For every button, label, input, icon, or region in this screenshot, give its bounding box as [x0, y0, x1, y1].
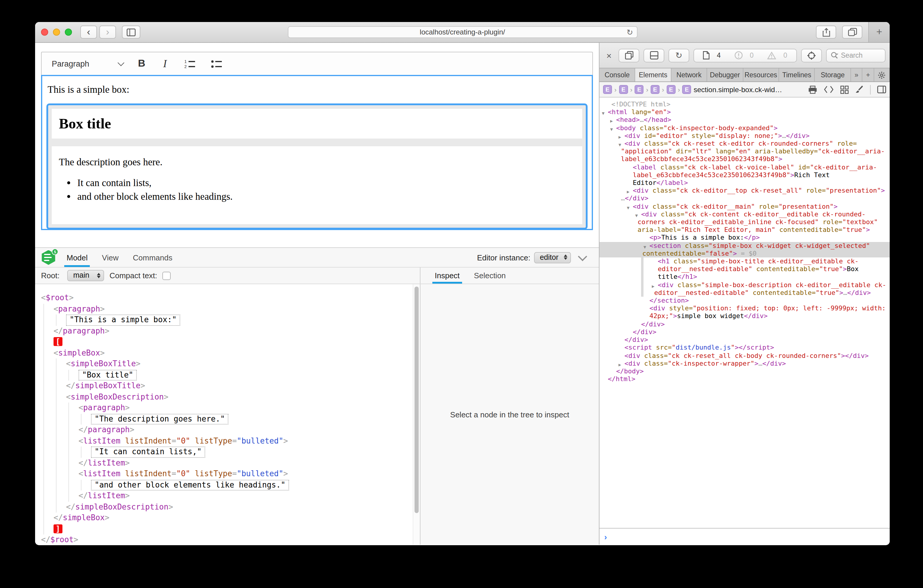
model-element-close[interactable]: </listItem> — [79, 458, 408, 468]
console-quick-input[interactable]: › — [599, 528, 890, 545]
element-badge[interactable]: E — [667, 85, 675, 94]
dom-tree-line[interactable]: ▼<div class="ck ck-content ck-editor__ed… — [599, 210, 890, 218]
back-button[interactable]: ‹ — [80, 26, 97, 39]
simple-box-title[interactable]: Box title — [52, 109, 582, 138]
dom-tree-line[interactable]: <p>This is a simple box:</p> — [599, 234, 890, 242]
dom-tree-line[interactable]: 42px;">simple box widget</div> — [599, 312, 890, 320]
heading-dropdown[interactable]: Paragraph — [52, 59, 123, 68]
resource-badges-button[interactable]: 4 0 0 — [693, 48, 797, 62]
dom-tree-line[interactable]: ▶<head>…</head> — [599, 116, 890, 124]
italic-button[interactable]: I — [161, 57, 169, 70]
text-node-box[interactable]: "Box title" — [79, 370, 137, 381]
dom-tree-line[interactable]: ▼<div class="ck ck-reset ck-editor ck-ro… — [599, 140, 890, 148]
dom-tree-line[interactable]: <!DOCTYPE html> — [599, 100, 890, 108]
devtools-settings-button[interactable] — [874, 68, 890, 81]
dom-tree-line[interactable]: <h1 class="simple-box-title ck-editor__e… — [599, 258, 890, 265]
new-tab-button[interactable]: + — [868, 22, 890, 42]
editor-paragraph[interactable]: This is a simple box: — [48, 84, 586, 96]
dom-tree-line[interactable]: Editor</label> — [599, 179, 890, 187]
model-text-node[interactable]: "and other block elements like headings.… — [91, 480, 408, 491]
source-code-icon[interactable] — [824, 85, 834, 94]
dom-tree-line[interactable]: ▼<section class="simple-box ck-widget ck… — [599, 242, 890, 250]
root-select[interactable]: main — [67, 270, 104, 281]
scrollbar-thumb[interactable] — [414, 287, 419, 513]
dom-tree-line[interactable]: ▶<div id="editor" style="display: none;"… — [599, 132, 890, 140]
dom-tree-line[interactable]: label_e63cbbfece34c53ce23501062343f49b8"… — [599, 156, 890, 163]
editor-instance-select[interactable]: editor — [534, 252, 571, 263]
share-button[interactable] — [816, 26, 836, 39]
element-badge[interactable]: E — [619, 85, 628, 94]
text-node-box[interactable]: "The description goes here." — [91, 414, 228, 424]
model-element-open[interactable]: <paragraph> — [79, 402, 408, 414]
devtools-tab-timelines[interactable]: Timelines — [779, 68, 815, 81]
dom-tree-line[interactable]: </html> — [599, 375, 890, 383]
new-tab-button[interactable]: + — [863, 68, 874, 81]
description-list[interactable]: It can contain lists,and other block ele… — [59, 177, 575, 203]
element-badge[interactable]: E — [682, 85, 691, 94]
dom-tree-line[interactable]: "application" dir="ltr" lang="en" aria-l… — [599, 148, 890, 155]
inspect-panel-tab-selection[interactable]: Selection — [467, 268, 513, 284]
grid-overlay-icon[interactable] — [840, 85, 849, 94]
model-element-close[interactable]: </$root> — [41, 534, 408, 545]
model-element-close[interactable]: </simpleBoxDescription> — [66, 501, 408, 512]
styles-brush-icon[interactable] — [855, 85, 864, 94]
element-badge[interactable]: E — [650, 85, 660, 94]
dom-tree-line[interactable]: ▼<div class="ck ck-editor__main" role="p… — [599, 202, 890, 210]
dom-tree-line[interactable]: </div> — [599, 328, 890, 336]
reload-page-button[interactable]: ↻ — [668, 48, 689, 62]
compact-text-checkbox[interactable] — [163, 271, 171, 280]
dom-tree-line[interactable]: <div style="position: fixed; top: 0px; l… — [599, 305, 890, 312]
simple-box-widget[interactable]: Box title The description goes here. It … — [48, 105, 586, 228]
model-element-open[interactable]: <simpleBox> — [54, 348, 408, 358]
devtools-tab-elements[interactable]: Elements — [636, 68, 672, 81]
forward-button[interactable]: › — [99, 26, 116, 39]
dom-tree-line[interactable]: <script src="dist/bundle.js"></script> — [599, 344, 890, 351]
list-item[interactable]: It can contain lists, — [77, 177, 575, 189]
devtools-search-field[interactable]: Search — [826, 48, 885, 62]
dom-tree-line[interactable]: contenteditable="false"> = $0 — [599, 250, 890, 258]
model-text-node[interactable]: "Box title" — [79, 370, 408, 381]
devtools-tab-resources[interactable]: Resources — [743, 68, 779, 81]
model-element-open[interactable]: <$root> — [41, 292, 408, 304]
text-node-box[interactable]: "and other block elements like headings.… — [91, 480, 289, 491]
dom-tree-line[interactable]: ▼<html lang="en"> — [599, 108, 890, 116]
model-element-open[interactable]: <listItem listIndent="0" listType="bulle… — [79, 468, 408, 480]
devtools-tab-network[interactable]: Network — [672, 68, 708, 81]
tab-overview-button[interactable] — [842, 26, 862, 39]
dom-tree-line[interactable]: </body> — [599, 368, 890, 375]
bold-button[interactable]: B — [138, 57, 145, 69]
dom-tree-line[interactable]: label_e63cbbfece34c53ce23501062343f49b8"… — [599, 171, 890, 179]
model-element-close[interactable]: </simpleBoxTitle> — [66, 381, 408, 391]
dom-tree-line[interactable]: …</div> — [599, 195, 890, 202]
print-styles-icon[interactable] — [808, 85, 817, 94]
reload-icon[interactable]: ↻ — [627, 28, 633, 36]
model-element-open[interactable]: <simpleBoxTitle> — [66, 358, 408, 370]
model-element-close[interactable]: </paragraph> — [54, 325, 408, 337]
model-tree-scrollbar[interactable] — [413, 284, 420, 545]
element-badge[interactable]: E — [635, 85, 644, 94]
text-node-box[interactable]: "This is a simple box:" — [66, 315, 180, 325]
devtools-tab-debugger[interactable]: Debugger — [707, 68, 743, 81]
dom-tree-line[interactable]: ▶<div class="ck ck-editor__top ck-reset_… — [599, 187, 890, 194]
sidebar-toggle-button[interactable] — [122, 26, 140, 39]
address-bar[interactable]: localhost/creating-a-plugin/ ↻ — [287, 26, 637, 38]
dom-tree-line[interactable]: </section> — [599, 297, 890, 304]
editor-editable-area[interactable]: This is a simple box: Box title The desc… — [41, 75, 593, 230]
description-paragraph[interactable]: The description goes here. — [59, 156, 575, 168]
inspect-panel-tab-inspect[interactable]: Inspect — [428, 268, 467, 284]
dom-tree-line[interactable]: </div> — [599, 320, 890, 328]
text-node-box[interactable]: "It can contain lists," — [91, 447, 205, 458]
simple-box-description[interactable]: The description goes here. It can contai… — [52, 146, 582, 224]
details-sidebar-icon[interactable] — [877, 85, 886, 94]
dom-tree-line[interactable]: editor__nested-editable" contenteditable… — [599, 289, 890, 297]
model-element-close[interactable]: </paragraph> — [79, 424, 408, 435]
numbered-list-button[interactable]: 12 — [185, 59, 196, 68]
inspector-tab-commands[interactable]: Commands — [126, 248, 180, 267]
dock-devtools-button[interactable] — [644, 48, 664, 62]
element-picker-button[interactable] — [801, 48, 822, 62]
element-badge[interactable]: E — [603, 85, 612, 94]
inspector-tab-model[interactable]: Model — [59, 248, 95, 267]
model-element-open[interactable]: <listItem listIndent="0" listType="bulle… — [79, 435, 408, 447]
minimize-window-button[interactable] — [53, 28, 60, 36]
tab-overflow-button[interactable]: » — [851, 68, 863, 81]
